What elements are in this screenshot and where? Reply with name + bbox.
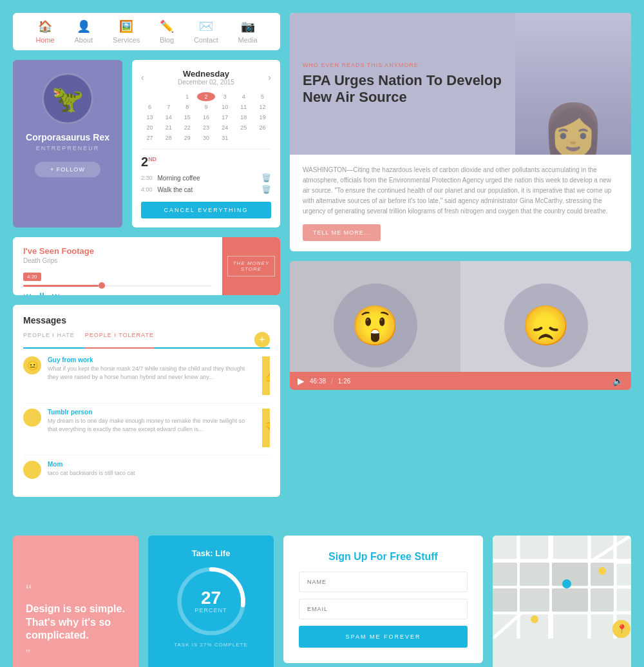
tab-people-tolerate[interactable]: PEOPLE I TOLERATE	[85, 332, 154, 349]
cal-day-21[interactable]: 21	[160, 123, 177, 132]
cal-month: Wednesday	[178, 69, 234, 79]
cal-day-24[interactable]: 24	[216, 123, 234, 132]
profile-card: 🦖 Corporasaurus Rex ENTREPRENEUR + FOLLO…	[13, 60, 122, 227]
cal-day-28[interactable]: 28	[160, 133, 177, 142]
music-forward-button[interactable]: ⏭	[52, 291, 61, 295]
cal-day-27[interactable]: 27	[141, 133, 158, 142]
cal-prev-button[interactable]: ‹	[141, 72, 144, 82]
cal-day-6[interactable]: 6	[141, 102, 158, 111]
msg-content-1: Guy from work What if you kept the horse…	[48, 356, 256, 381]
cal-day-11[interactable]: 11	[235, 102, 252, 111]
video-play-button[interactable]: ▶	[298, 376, 305, 386]
cal-event-2-delete[interactable]: 🗑️	[261, 185, 271, 194]
home-icon: 🏠	[38, 19, 52, 34]
nav-media[interactable]: 📷 Media	[238, 19, 258, 44]
cal-day-26[interactable]: 26	[254, 123, 271, 132]
svg-point-22	[598, 567, 606, 575]
task-circle: 27 PERCENT	[176, 566, 247, 637]
cal-day-16[interactable]: 16	[197, 113, 214, 122]
cal-grid: 1 2 3 4 5 6 7 8 9 10 11 12 13 14 15 16 1	[141, 92, 271, 142]
nav-contact[interactable]: ✉️ Contact	[194, 19, 218, 44]
cal-day-23[interactable]: 23	[197, 123, 214, 132]
msg-avatar-3	[23, 461, 41, 479]
music-album-text: THE MONEY STORE	[227, 256, 275, 276]
separator	[23, 403, 270, 403]
cal-day-20[interactable]: 20	[141, 123, 158, 132]
messages-add-button[interactable]: +	[254, 332, 270, 347]
task-title: Task: Life	[192, 548, 231, 558]
signup-name-input[interactable]	[299, 572, 468, 592]
signup-card: Sign Up For Free Stuff SPAM ME FOREVER	[283, 536, 483, 663]
cal-day-18[interactable]: 18	[235, 113, 252, 122]
separator-2	[23, 455, 270, 456]
cal-day-22[interactable]: 22	[178, 123, 196, 132]
calendar-card: ‹ Wednesday December 02, 2015 › 1 2 3 4 …	[132, 60, 280, 227]
cal-day-17[interactable]: 17	[216, 113, 234, 122]
cal-day-31[interactable]: 31	[216, 133, 234, 142]
nav-services[interactable]: 🖼️ Services	[113, 19, 140, 44]
task-percent: 27	[194, 589, 227, 607]
msg-text-3: taco cat backwards is still taco cat	[48, 469, 270, 478]
cal-day-7[interactable]: 7	[160, 102, 177, 111]
cal-day-14[interactable]: 14	[160, 113, 177, 122]
cal-events: 2ND 2:30 Morning coffee 🗑️ 4:00 Walk the…	[141, 149, 271, 218]
msg-name-3: Mom	[48, 461, 270, 468]
msg-avatar-1: 😐	[23, 356, 41, 374]
task-note: TASK IS 27% COMPLETE	[174, 642, 248, 648]
quote-text: Design is so simple. That's why it's so …	[26, 603, 126, 643]
cal-event-day: 2ND	[141, 155, 156, 169]
nav-about[interactable]: 👤 About	[75, 19, 93, 44]
cal-day-3[interactable]: 3	[216, 92, 234, 101]
messages-title: Messages	[23, 315, 270, 325]
follow-button[interactable]: + FOLLOW	[35, 162, 100, 177]
msg-avatar-2	[23, 409, 41, 427]
messages-tabs: PEOPLE I HATE PEOPLE I TOLERATE +	[23, 332, 270, 349]
music-badge: 4:20	[23, 273, 41, 281]
cal-day-2[interactable]: 2	[197, 92, 214, 101]
music-info: I've Seen Footage Death Grips 4:20 ⏮ ⏸ ⏭	[13, 237, 222, 295]
cal-day-1[interactable]: 1	[178, 92, 196, 101]
cal-day-29[interactable]: 29	[178, 133, 196, 142]
cal-day-19[interactable]: 19	[254, 113, 271, 122]
cal-event-1-label: Morning coffee	[158, 175, 261, 182]
svg-rect-12	[520, 563, 549, 586]
cancel-button[interactable]: CANCEL EVERYTHING	[141, 202, 271, 218]
task-card: Task: Life 27 PERCENT TASK IS 27% COMPLE…	[148, 536, 274, 667]
news-tag: WHO EVEN READS THIS ANYMORE	[303, 62, 502, 68]
cal-day-13[interactable]: 13	[141, 113, 158, 122]
cal-event-suffix: ND	[148, 156, 156, 162]
msg-action-2[interactable]: 👎	[262, 409, 270, 447]
cal-event-1-delete[interactable]: 🗑️	[261, 173, 271, 182]
music-play-button[interactable]: ⏸	[37, 291, 46, 295]
signup-button[interactable]: SPAM ME FOREVER	[299, 626, 468, 648]
cal-day-15[interactable]: 15	[178, 113, 196, 122]
news-image: WHO EVEN READS THIS ANYMORE EPA Urges Na…	[290, 13, 631, 155]
music-rewind-button[interactable]: ⏮	[23, 291, 32, 295]
cal-day-5[interactable]: 5	[254, 92, 271, 101]
music-title: I've Seen Footage	[23, 246, 212, 256]
cal-day-12[interactable]: 12	[254, 102, 271, 111]
media-icon: 📷	[241, 19, 255, 34]
news-content: WASHINGTON—Citing the hazardous levels o…	[290, 155, 631, 251]
signup-email-input[interactable]	[299, 599, 468, 619]
news-cta-button[interactable]: TELL ME MORE...	[303, 224, 381, 241]
nav-home[interactable]: 🏠 Home	[35, 19, 54, 44]
map-svg: 📍	[493, 536, 631, 639]
msg-action-1[interactable]: 👍	[262, 356, 270, 395]
svg-rect-14	[520, 588, 549, 612]
video-volume-icon[interactable]: 🔈	[612, 376, 623, 386]
cal-next-button[interactable]: ›	[268, 72, 271, 82]
cal-day-10[interactable]: 10	[216, 102, 234, 111]
signup-title: Sign Up For Free Stuff	[299, 551, 468, 563]
cal-day-9[interactable]: 9	[197, 102, 214, 111]
cal-day-4[interactable]: 4	[235, 92, 252, 101]
profile-title: ENTREPRENEUR	[36, 145, 100, 151]
video-face-right: 😞	[460, 261, 631, 390]
nav-blog[interactable]: ✏️ Blog	[160, 19, 174, 44]
nav-media-label: Media	[238, 36, 258, 44]
cal-day-25[interactable]: 25	[235, 123, 252, 132]
cal-day-8[interactable]: 8	[178, 102, 196, 111]
cal-event-1-time: 2:30	[141, 175, 153, 181]
cal-day-30[interactable]: 30	[197, 133, 214, 142]
tab-people-hate[interactable]: PEOPLE I HATE	[23, 332, 75, 347]
